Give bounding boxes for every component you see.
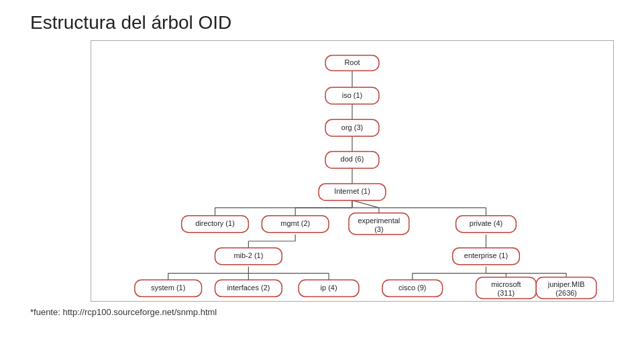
svg-text:Internet (1): Internet (1) xyxy=(334,187,370,195)
svg-text:Root: Root xyxy=(344,58,360,66)
svg-text:microsoft: microsoft xyxy=(491,280,521,288)
svg-text:mgmt (2): mgmt (2) xyxy=(280,219,310,227)
svg-text:directory (1): directory (1) xyxy=(195,219,235,227)
svg-text:(2636): (2636) xyxy=(555,289,577,297)
svg-text:experimental: experimental xyxy=(358,217,400,225)
svg-text:juniper.MIB: juniper.MIB xyxy=(547,280,585,288)
svg-text:ip (4): ip (4) xyxy=(321,284,337,292)
svg-text:mib-2 (1): mib-2 (1) xyxy=(233,251,263,259)
diagram-container: Root iso (1) org (3) dod (6) Internet (1… xyxy=(91,40,614,302)
svg-text:(3): (3) xyxy=(374,225,383,233)
svg-text:(311): (311) xyxy=(498,289,515,297)
page-title: Estructura del árbol OID xyxy=(0,0,644,40)
footer-source: *fuente: http://rcp100.sourceforge.net/s… xyxy=(0,302,644,317)
svg-text:enterprise (1): enterprise (1) xyxy=(464,251,508,259)
svg-line-9 xyxy=(352,200,379,208)
svg-text:iso (1): iso (1) xyxy=(342,91,362,99)
oid-tree-diagram: Root iso (1) org (3) dod (6) Internet (1… xyxy=(91,41,613,301)
svg-text:private (4): private (4) xyxy=(470,219,502,227)
svg-text:interfaces (2): interfaces (2) xyxy=(227,284,270,292)
svg-text:dod (6): dod (6) xyxy=(341,155,364,163)
svg-text:org (3): org (3) xyxy=(341,123,363,131)
svg-text:system (1): system (1) xyxy=(151,284,185,292)
svg-text:OID Tree Example: OID Tree Example xyxy=(319,300,386,301)
svg-text:cisco (9): cisco (9) xyxy=(398,284,426,292)
